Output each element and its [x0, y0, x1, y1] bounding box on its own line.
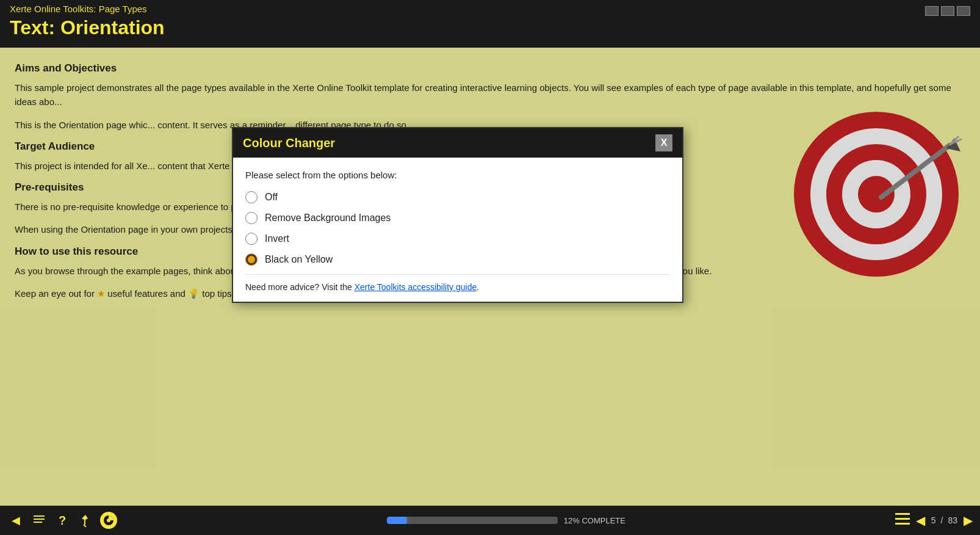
modal-header: Colour Changer X — [233, 128, 682, 158]
page-title: Text: Orientation — [10, 16, 970, 39]
next-page-button[interactable]: ▶ — [964, 513, 973, 528]
radio-remove-bg-label: Remove Background Images — [265, 213, 391, 224]
progress-label: 12% COMPLETE — [564, 516, 625, 525]
window-controls — [925, 6, 970, 16]
hamburger-menu-icon[interactable] — [895, 513, 910, 528]
svg-rect-17 — [895, 518, 910, 520]
prev-page-button[interactable]: ◀ — [916, 513, 925, 528]
svg-rect-16 — [895, 513, 910, 515]
radio-off-label: Off — [265, 192, 278, 203]
titlebar: Xerte Online Toolkits: Page Types Text: … — [0, 0, 980, 48]
modal-title: Colour Changer — [243, 136, 335, 150]
radio-off[interactable] — [245, 191, 258, 203]
contents-icon[interactable] — [31, 512, 48, 529]
accessibility-guide-link[interactable]: Xerte Toolkits accessibility guide — [355, 282, 477, 292]
modal-footer-before: Need more advice? Visit the — [245, 282, 355, 292]
main-content: Aims and Objectives This sample project … — [0, 48, 980, 506]
modal-close-button[interactable]: X — [655, 134, 672, 151]
progress-bar-background — [387, 517, 558, 524]
svg-point-15 — [107, 519, 110, 522]
radio-invert-label: Invert — [265, 233, 289, 244]
close-window-button[interactable] — [957, 6, 970, 16]
nav-back-icon[interactable]: ◀ — [7, 512, 24, 529]
modal-footer: Need more advice? Visit the Xerte Toolki… — [245, 274, 670, 292]
pin-icon[interactable] — [77, 512, 94, 529]
app-title: Xerte Online Toolkits: Page Types — [10, 4, 970, 14]
radio-option-black-yellow: Black on Yellow — [245, 253, 670, 266]
colour-changer-modal: Colour Changer X Please select from the … — [232, 127, 683, 303]
modal-footer-after: . — [477, 282, 479, 292]
radio-invert[interactable] — [245, 233, 258, 245]
help-icon[interactable]: ? — [54, 512, 71, 529]
page-total: 83 — [948, 515, 957, 525]
progress-area: 12% COMPLETE — [123, 516, 889, 525]
svg-rect-12 — [34, 522, 42, 523]
radio-black-yellow-label: Black on Yellow — [265, 254, 333, 265]
svg-rect-11 — [34, 519, 45, 520]
bottombar: ◀ ? 12% COMPLETE ◀ 5 / 83 ▶ — [0, 506, 980, 535]
modal-description: Please select from the options below: — [245, 170, 670, 180]
page-counter: 5 / 83 — [931, 515, 957, 525]
svg-rect-10 — [34, 515, 45, 517]
radio-remove-bg[interactable] — [245, 212, 258, 224]
radio-option-remove-bg: Remove Background Images — [245, 212, 670, 224]
progress-bar-fill — [387, 517, 408, 524]
svg-rect-18 — [895, 523, 910, 525]
svg-line-13 — [84, 525, 86, 527]
radio-option-invert: Invert — [245, 233, 670, 245]
modal-body: Please select from the options below: Of… — [233, 158, 682, 302]
radio-option-off: Off — [245, 191, 670, 203]
colour-changer-icon[interactable] — [100, 512, 117, 529]
page-current: 5 — [931, 515, 936, 525]
maximize-button[interactable] — [941, 6, 954, 16]
minimize-button[interactable] — [925, 6, 939, 16]
radio-black-yellow[interactable] — [245, 253, 258, 266]
page-separator: / — [941, 515, 943, 525]
